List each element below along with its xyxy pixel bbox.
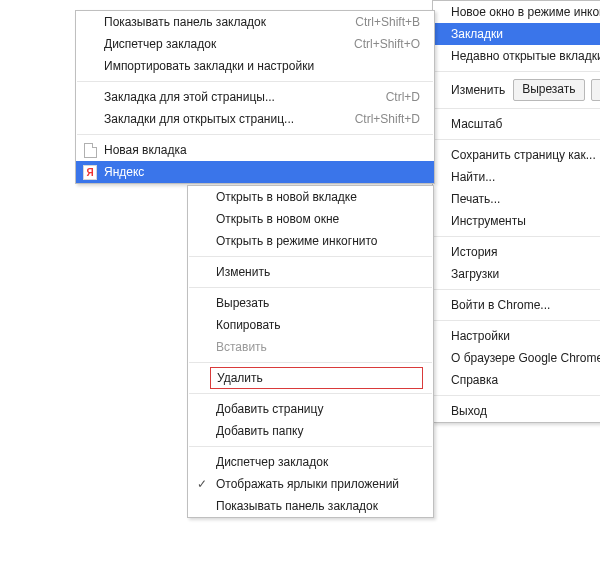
label: Войти в Chrome... (451, 298, 600, 312)
menu-item-cut[interactable]: Вырезать (188, 292, 433, 314)
menu-item-new-incognito[interactable]: Новое окно в режиме инкогн (433, 1, 600, 23)
menu-item-recent-tabs[interactable]: Недавно открытые вкладки (433, 45, 600, 67)
label: Выход (451, 404, 600, 418)
label: Открыть в режиме инкогнито (216, 234, 419, 248)
menu-item-history[interactable]: История (433, 241, 600, 263)
label: История (451, 245, 600, 259)
menu-item-signin[interactable]: Войти в Chrome... (433, 294, 600, 316)
menu-item-add-page[interactable]: Добавить страницу (188, 398, 433, 420)
context-menu: Открыть в новой вкладке Открыть в новом … (187, 185, 434, 518)
separator (434, 236, 600, 237)
label: О браузере Google Chrome (451, 351, 600, 365)
label: Открыть в новой вкладке (216, 190, 419, 204)
label: Добавить папку (216, 424, 419, 438)
label: Показывать панель закладок (216, 499, 419, 513)
menu-item-manager[interactable]: Диспетчер закладок Ctrl+Shift+O (76, 33, 434, 55)
separator (434, 71, 600, 72)
menu-item-import[interactable]: Импортировать закладки и настройки (76, 55, 434, 77)
menu-item-save-as[interactable]: Сохранить страницу как... (433, 144, 600, 166)
edit-label: Изменить (451, 83, 505, 97)
menu-item-show-apps[interactable]: ✓ Отображать ярлыки приложений (188, 473, 433, 495)
label: Диспетчер закладок (104, 37, 330, 51)
label: Яндекс (104, 165, 420, 179)
menu-item-bookmarks[interactable]: Закладки (433, 23, 600, 45)
menu-item-open-window[interactable]: Открыть в новом окне (188, 208, 433, 230)
separator (434, 289, 600, 290)
label: Сохранить страницу как... (451, 148, 600, 162)
menu-item-zoom[interactable]: Масштаб (433, 113, 600, 135)
label: Загрузки (451, 267, 600, 281)
label: Вставить (216, 340, 419, 354)
shortcut: Ctrl+Shift+B (355, 15, 420, 29)
label: Импортировать закладки и настройки (104, 59, 420, 73)
menu-item-open-incognito[interactable]: Открыть в режиме инкогнито (188, 230, 433, 252)
yandex-icon: Я (83, 165, 97, 179)
copy-button[interactable]: Копи (591, 79, 600, 101)
label: Показывать панель закладок (104, 15, 331, 29)
edit-row: Изменить Вырезать Копи (433, 76, 600, 104)
label: Закладка для этой страницы... (104, 90, 362, 104)
separator (434, 108, 600, 109)
cut-button[interactable]: Вырезать (513, 79, 584, 101)
separator (77, 81, 433, 82)
label: Новое окно в режиме инкогн (451, 5, 600, 19)
separator (189, 393, 432, 394)
menu-item-copy[interactable]: Копировать (188, 314, 433, 336)
separator (189, 446, 432, 447)
menu-item-add-folder[interactable]: Добавить папку (188, 420, 433, 442)
label: Вырезать (216, 296, 419, 310)
menu-item-tools[interactable]: Инструменты (433, 210, 600, 232)
menu-item-help[interactable]: Справка (433, 369, 600, 391)
label: Печать... (451, 192, 600, 206)
menu-item-bookmark-page[interactable]: Закладка для этой страницы... Ctrl+D (76, 86, 434, 108)
shortcut: Ctrl+D (386, 90, 420, 104)
shortcut: Ctrl+Shift+D (355, 112, 420, 126)
label: Отображать ярлыки приложений (216, 477, 419, 491)
label: Удалить (217, 371, 263, 385)
menu-item-downloads[interactable]: Загрузки (433, 263, 600, 285)
label: Найти... (451, 170, 600, 184)
menu-item-manager[interactable]: Диспетчер закладок (188, 451, 433, 473)
label: Недавно открытые вкладки (451, 49, 600, 63)
menu-item-show-bar[interactable]: Показывать панель закладок (188, 495, 433, 517)
label: Закладки для открытых страниц... (104, 112, 331, 126)
menu-item-open-tab[interactable]: Открыть в новой вкладке (188, 186, 433, 208)
label: Новая вкладка (104, 143, 420, 157)
menu-item-bookmark-open[interactable]: Закладки для открытых страниц... Ctrl+Sh… (76, 108, 434, 130)
menu-item-yandex[interactable]: Я Яндекс (76, 161, 434, 183)
separator (189, 362, 432, 363)
label: Копировать (216, 318, 419, 332)
page-icon (83, 143, 97, 157)
separator (434, 139, 600, 140)
separator (77, 134, 433, 135)
label: Диспетчер закладок (216, 455, 419, 469)
label: Масштаб (451, 117, 600, 131)
menu-item-new-tab[interactable]: Новая вкладка (76, 139, 434, 161)
separator (434, 395, 600, 396)
label: Изменить (216, 265, 419, 279)
menu-item-delete[interactable]: Удалить (210, 367, 423, 389)
separator (434, 320, 600, 321)
label: Открыть в новом окне (216, 212, 419, 226)
label: Настройки (451, 329, 600, 343)
label: Справка (451, 373, 600, 387)
separator (189, 287, 432, 288)
menu-item-exit[interactable]: Выход (433, 400, 600, 422)
menu-item-find[interactable]: Найти... (433, 166, 600, 188)
check-icon: ✓ (195, 477, 209, 491)
menu-item-settings[interactable]: Настройки (433, 325, 600, 347)
menu-item-paste: Вставить (188, 336, 433, 358)
menu-item-about[interactable]: О браузере Google Chrome (433, 347, 600, 369)
bookmarks-menu: Показывать панель закладок Ctrl+Shift+B … (75, 10, 435, 184)
label: Добавить страницу (216, 402, 419, 416)
shortcut: Ctrl+Shift+O (354, 37, 420, 51)
menu-item-print[interactable]: Печать... (433, 188, 600, 210)
menu-item-edit[interactable]: Изменить (188, 261, 433, 283)
label: Инструменты (451, 214, 600, 228)
label: Закладки (451, 27, 600, 41)
separator (189, 256, 432, 257)
main-menu: Новое окно в режиме инкогн Закладки Неда… (432, 0, 600, 423)
menu-item-show-bar[interactable]: Показывать панель закладок Ctrl+Shift+B (76, 11, 434, 33)
